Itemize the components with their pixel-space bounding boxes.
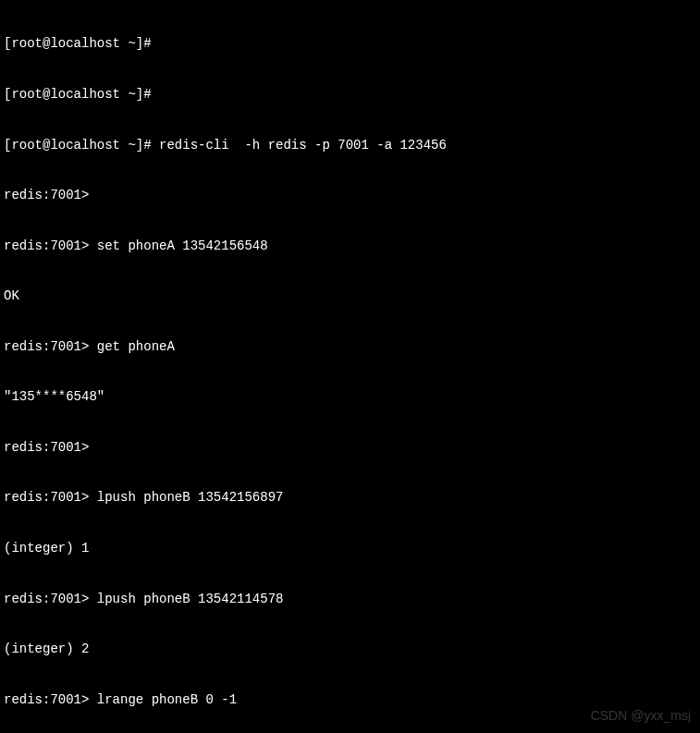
terminal-line: redis:7001> lrange phoneB 0 -1 <box>4 691 696 708</box>
terminal-line: OK <box>4 287 696 304</box>
terminal-line: [root@localhost ~]# redis-cli -h redis -… <box>4 137 696 153</box>
terminal-line: (integer) 1 <box>4 540 696 556</box>
terminal-line: "135****6548" <box>4 388 696 405</box>
terminal-line: redis:7001> get phoneA <box>4 338 696 355</box>
terminal-output[interactable]: [root@localhost ~]# [root@localhost ~]# … <box>4 2 696 733</box>
terminal-line: redis:7001> <box>4 439 696 456</box>
terminal-line: redis:7001> <box>4 187 696 203</box>
watermark-text: CSDN @yxx_msj <box>591 707 691 724</box>
terminal-line: [root@localhost ~]# <box>4 86 696 103</box>
terminal-line: redis:7001> lpush phoneB 13542156897 <box>4 489 696 506</box>
terminal-line: (integer) 2 <box>4 641 696 657</box>
terminal-line: redis:7001> lpush phoneB 13542114578 <box>4 591 696 607</box>
terminal-line: redis:7001> set phoneA 13542156548 <box>4 238 696 254</box>
terminal-line: [root@localhost ~]# <box>4 35 696 52</box>
